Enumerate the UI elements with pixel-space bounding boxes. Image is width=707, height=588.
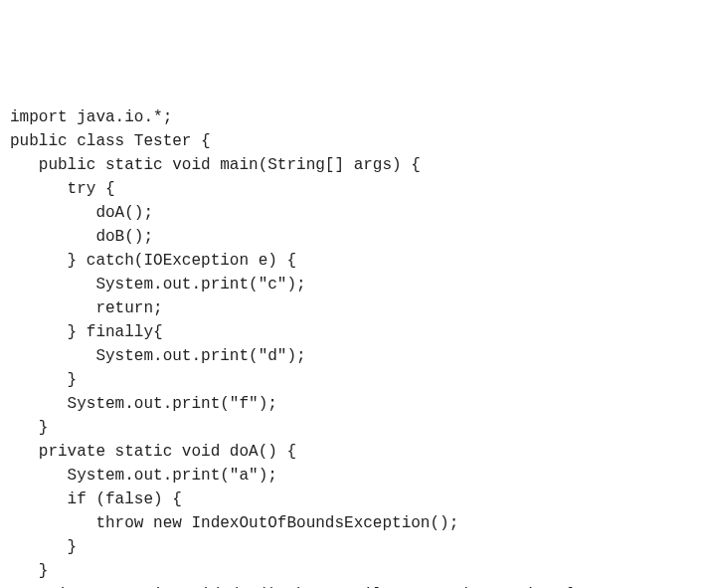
code-line: throw new IndexOutOfBoundsException(); [10, 514, 458, 532]
code-line: } catch(IOException e) { [10, 252, 296, 270]
code-line: private static void doA() { [10, 443, 296, 461]
code-block: import java.io.*; public class Tester { … [10, 105, 697, 588]
code-line: } [10, 419, 48, 437]
code-line: doB(); [10, 228, 153, 246]
code-line: public static void main(String[] args) { [10, 156, 421, 174]
code-line: } [10, 562, 48, 580]
code-line: } finally{ [10, 323, 163, 341]
code-line: System.out.print("c"); [10, 276, 306, 294]
code-line: if (false) { [10, 490, 182, 508]
code-line: import java.io.*; [10, 108, 172, 126]
code-line: doA(); [10, 204, 153, 222]
code-line: System.out.print("f"); [10, 395, 277, 413]
code-line: System.out.print("d"); [10, 347, 306, 365]
code-line: try { [10, 180, 115, 198]
code-line: } [10, 371, 77, 389]
code-line: } [10, 538, 77, 556]
code-line: return; [10, 299, 163, 317]
code-line: System.out.print("a"); [10, 467, 277, 485]
code-line: public class Tester { [10, 132, 211, 150]
